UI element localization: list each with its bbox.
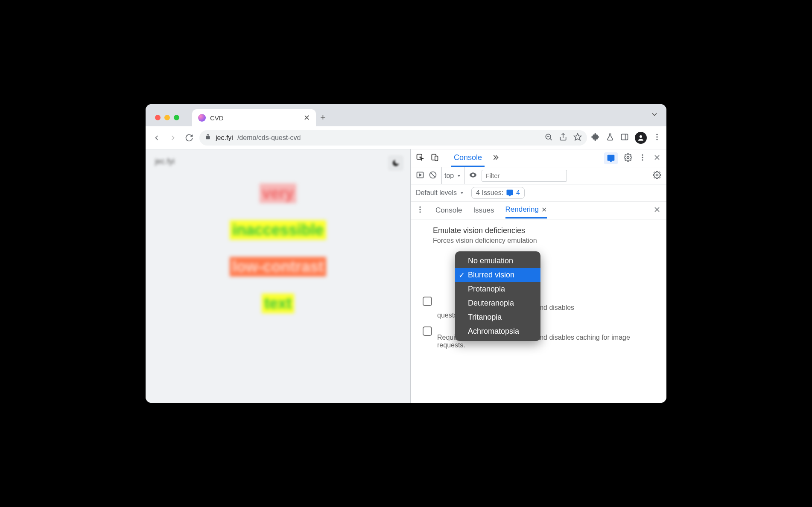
svg-point-9 <box>656 136 657 137</box>
browser-toolbar <box>591 132 661 144</box>
chrome-menu-icon[interactable] <box>653 133 661 143</box>
svg-line-2 <box>550 138 552 140</box>
option-achromatopsia[interactable]: Achromatopsia <box>455 324 540 338</box>
browser-window: CVD ✕ + jec.fyi/demo/cds-quest-cvd <box>146 104 666 403</box>
clear-console-icon[interactable] <box>429 171 437 181</box>
page-content: very inaccessible low-contrast text <box>146 184 410 313</box>
svg-point-8 <box>656 134 657 135</box>
svg-marker-24 <box>458 175 460 177</box>
sample-text-1: very <box>260 184 296 203</box>
back-button[interactable] <box>151 132 163 144</box>
sample-text-4: text <box>262 294 294 313</box>
drawer-tab-issues[interactable]: Issues <box>473 206 494 215</box>
svg-point-7 <box>640 135 642 138</box>
url-path: /demo/cds-quest-cvd <box>237 134 301 142</box>
svg-point-10 <box>656 139 657 140</box>
svg-point-14 <box>627 156 629 158</box>
close-drawer-button[interactable] <box>653 205 661 216</box>
settings-icon[interactable] <box>624 153 632 163</box>
console-sidebar-toggle-icon[interactable] <box>416 171 424 181</box>
tab-strip: CVD ✕ + <box>146 104 666 126</box>
rendering-panel: Emulate vision deficiencies Forces visio… <box>411 219 666 356</box>
site-label: jec.fyi <box>155 157 175 166</box>
drawer-menu-icon[interactable] <box>416 205 424 216</box>
devtools-tab-console[interactable]: Console <box>451 150 485 167</box>
bookmark-icon[interactable] <box>573 133 582 143</box>
devtools-toolbar: Console <box>411 149 666 167</box>
device-toggle-icon[interactable] <box>430 153 439 163</box>
option-deuteranopia[interactable]: Deuteranopia <box>455 296 540 310</box>
svg-marker-26 <box>461 192 463 194</box>
reload-button[interactable] <box>183 132 195 144</box>
drawer-tab-console[interactable]: Console <box>435 206 462 215</box>
page-viewport: jec.fyi very inaccessible low-contrast t… <box>146 149 410 403</box>
devtools-menu-icon[interactable] <box>638 153 647 163</box>
close-devtools-button[interactable] <box>653 153 661 163</box>
sample-text-3: low-contrast <box>230 257 326 277</box>
option-no-emulation[interactable]: No emulation <box>455 254 540 268</box>
drawer-tab-rendering: Rendering <box>505 205 539 214</box>
content-area: jec.fyi very inaccessible low-contrast t… <box>146 149 666 403</box>
log-levels-selector[interactable]: Default levels <box>416 189 464 197</box>
issues-count: 4 <box>516 189 520 197</box>
console-filter-bar: Default levels 4 Issues: 4 <box>411 184 666 201</box>
svg-line-23 <box>431 173 435 177</box>
lock-icon <box>204 134 211 142</box>
devtools-panel: Console top <box>410 149 666 403</box>
svg-point-29 <box>419 211 421 213</box>
sample-text-2: inaccessible <box>230 220 326 240</box>
context-selector[interactable]: top <box>441 167 464 184</box>
labs-icon[interactable] <box>606 133 614 143</box>
url-host: jec.fyi <box>216 134 233 142</box>
drawer-tabs: Console Issues Rendering ✕ <box>411 201 666 219</box>
svg-point-27 <box>419 206 421 207</box>
filter-input[interactable] <box>482 170 567 182</box>
drawer-tab-rendering-wrap[interactable]: Rendering ✕ <box>505 202 547 219</box>
svg-point-16 <box>642 157 643 158</box>
browser-tab[interactable]: CVD ✕ <box>192 109 316 126</box>
emulate-vision-title: Emulate vision deficiencies <box>433 226 654 235</box>
inspect-icon[interactable] <box>416 153 424 163</box>
emulate-vision-subtitle: Forces vision deficiency emulation <box>433 237 654 245</box>
issues-chip[interactable]: 4 Issues: 4 <box>471 187 525 199</box>
forward-button[interactable] <box>167 132 179 144</box>
image-format-checkbox-2[interactable] <box>423 326 432 336</box>
close-window-button[interactable] <box>155 115 161 120</box>
option-blurred-vision[interactable]: Blurred vision <box>455 268 540 282</box>
log-levels-label: Default levels <box>416 189 457 197</box>
vision-deficiency-dropdown[interactable]: No emulation Blurred vision Protanopia D… <box>455 251 540 341</box>
dark-mode-toggle[interactable] <box>388 155 403 171</box>
address-bar: jec.fyi/demo/cds-quest-cvd <box>146 126 666 149</box>
live-expression-icon[interactable] <box>469 171 477 181</box>
svg-rect-13 <box>435 156 438 160</box>
window-controls <box>151 115 184 126</box>
more-tabs-icon[interactable] <box>491 153 499 163</box>
tab-title: CVD <box>210 114 299 122</box>
close-rendering-tab-button[interactable]: ✕ <box>541 206 547 214</box>
option-protanopia[interactable]: Protanopia <box>455 282 540 296</box>
svg-point-15 <box>642 154 643 155</box>
sidepanel-icon[interactable] <box>620 133 629 143</box>
console-settings-icon[interactable] <box>653 171 661 181</box>
console-toolbar: top <box>411 167 666 184</box>
profile-avatar[interactable] <box>635 132 647 144</box>
tab-list-button[interactable] <box>650 110 659 120</box>
omnibox-actions <box>544 133 582 143</box>
svg-point-28 <box>419 209 421 210</box>
zoom-icon[interactable] <box>544 133 553 143</box>
omnibox[interactable]: jec.fyi/demo/cds-quest-cvd <box>199 130 587 146</box>
maximize-window-button[interactable] <box>174 115 179 120</box>
issues-notification-icon[interactable] <box>604 152 618 164</box>
extensions-icon[interactable] <box>591 133 600 143</box>
option-tritanopia[interactable]: Tritanopia <box>455 310 540 324</box>
issues-label: 4 Issues: <box>476 189 503 197</box>
image-format-checkbox-1[interactable] <box>423 297 432 306</box>
svg-point-25 <box>656 174 658 176</box>
context-label: top <box>444 172 454 180</box>
close-tab-button[interactable]: ✕ <box>304 113 310 122</box>
svg-rect-5 <box>622 134 628 140</box>
minimize-window-button[interactable] <box>164 115 170 120</box>
tab-favicon <box>198 114 206 122</box>
share-icon[interactable] <box>559 133 567 143</box>
new-tab-button[interactable]: + <box>320 112 326 126</box>
